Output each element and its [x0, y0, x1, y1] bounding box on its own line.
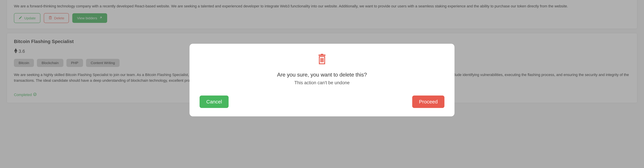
modal-note: This action can't be undone	[294, 80, 350, 86]
modal-question: Are you sure, you want to delete this?	[277, 72, 367, 78]
modal-footer: Cancel Proceed	[200, 96, 444, 108]
svg-rect-2	[321, 54, 323, 55]
confirm-delete-modal: Are you sure, you want to delete this? T…	[190, 44, 454, 116]
svg-rect-1	[318, 55, 325, 56]
modal-overlay[interactable]: Are you sure, you want to delete this? T…	[0, 0, 644, 168]
trash-icon	[317, 54, 327, 65]
proceed-button[interactable]: Proceed	[412, 96, 444, 108]
cancel-button[interactable]: Cancel	[200, 96, 228, 108]
